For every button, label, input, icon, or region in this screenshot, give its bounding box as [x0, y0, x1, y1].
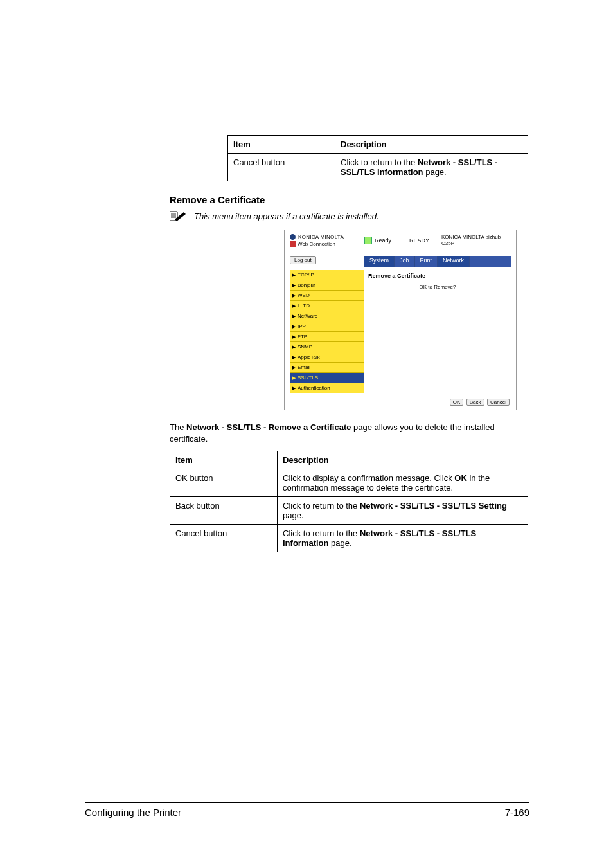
status-text: READY [409, 237, 429, 244]
triangle-icon: ▶ [292, 283, 296, 288]
table-cancel: Item Description Cancel button Click to … [227, 135, 528, 181]
sidebar-item-ssl-tls[interactable]: ▶SSL/TLS [290, 373, 364, 383]
sidebar-item-label: Bonjour [298, 282, 315, 288]
triangle-icon: ▶ [292, 293, 296, 298]
triangle-icon: ▶ [292, 386, 296, 391]
page-footer: Configuring the Printer 7-169 [85, 802, 529, 818]
sidebar-item-label: WSD [298, 293, 310, 298]
sidebar-item-label: SSL/TLS [298, 375, 318, 381]
cell-desc: Click to return to the Network - SSL/TLS… [335, 154, 528, 181]
webcon-label: Web Connection [290, 241, 364, 247]
description-paragraph: The Network - SSL/TLS - Remove a Certifi… [170, 422, 528, 444]
triangle-icon: ▶ [292, 355, 296, 360]
ok-button[interactable]: OK [450, 399, 464, 406]
back-button[interactable]: Back [466, 399, 484, 406]
tab-system[interactable]: System [364, 256, 395, 267]
sidebar-item-label: TCP/IP [298, 272, 314, 278]
footer-left: Configuring the Printer [85, 807, 181, 818]
sidebar-item-appletalk[interactable]: ▶AppleTalk [290, 352, 364, 363]
status-ready: Ready [364, 237, 391, 244]
note-text: This menu item appears if a certificate … [194, 212, 379, 221]
cell-desc: Click to display a confirmation message.… [278, 469, 528, 497]
th-desc: Description [335, 136, 528, 154]
th-item: Item [170, 451, 278, 469]
logo-circle-icon [290, 234, 296, 240]
sidebar-item-wsd[interactable]: ▶WSD [290, 291, 364, 301]
cell-desc: Click to return to the Network - SSL/TLS… [278, 525, 528, 552]
triangle-icon: ▶ [292, 303, 296, 309]
footer-right: 7-169 [505, 807, 529, 818]
content-title: Remove a Certificate [368, 273, 507, 279]
tab-network[interactable]: Network [438, 256, 470, 267]
th-desc: Description [278, 451, 528, 469]
tab-job[interactable]: Job [395, 256, 415, 267]
sidebar-item-label: SNMP [298, 344, 312, 350]
sidebar-item-lltd[interactable]: ▶LLTD [290, 301, 364, 311]
sidebar-item-bonjour[interactable]: ▶Bonjour [290, 280, 364, 291]
triangle-icon: ▶ [292, 334, 296, 339]
sidebar-item-label: FTP [298, 334, 307, 339]
th-item: Item [228, 136, 335, 154]
cancel-button[interactable]: Cancel [487, 399, 510, 406]
sidebar: ▶TCP/IP▶Bonjour▶WSD▶LLTD▶NetWare▶IPP▶FTP… [290, 270, 364, 393]
sidebar-item-label: NetWare [298, 313, 317, 319]
table-row: OK buttonClick to display a confirmation… [170, 469, 528, 497]
triangle-icon: ▶ [292, 365, 296, 370]
cell-item: OK button [170, 469, 278, 497]
sidebar-item-ftp[interactable]: ▶FTP [290, 332, 364, 342]
sidebar-item-label: AppleTalk [298, 354, 320, 360]
screenshot-box: KONICA MINOLTA Web Connection Ready READ… [284, 230, 517, 410]
tabbar-fill [470, 256, 511, 267]
logout-button[interactable]: Log out [290, 256, 316, 264]
sidebar-item-label: IPP [298, 323, 306, 329]
triangle-icon: ▶ [292, 273, 296, 278]
table-row: Cancel button Click to return to the Net… [228, 154, 528, 181]
triangle-icon: ▶ [292, 345, 296, 350]
triangle-icon: ▶ [292, 324, 296, 329]
tab-print[interactable]: Print [415, 256, 438, 267]
sidebar-item-authentication[interactable]: ▶Authentication [290, 383, 364, 393]
cell-desc: Click to return to the Network - SSL/TLS… [278, 497, 528, 525]
brand-logo: KONICA MINOLTA [290, 234, 364, 240]
sidebar-item-label: Email [298, 365, 310, 370]
sidebar-item-email[interactable]: ▶Email [290, 363, 364, 373]
device-name: KONICA MINOLTA bizhub C35P [441, 234, 511, 247]
content-message: OK to Remove? [368, 284, 507, 290]
sidebar-item-label: Authentication [298, 385, 330, 391]
triangle-icon: ▶ [292, 314, 296, 319]
printer-icon [364, 237, 372, 244]
note-line: This menu item appears if a certificate … [170, 210, 529, 222]
sidebar-item-ipp[interactable]: ▶IPP [290, 321, 364, 332]
cell-item: Back button [170, 497, 278, 525]
cell-item: Cancel button [170, 525, 278, 552]
triangle-icon: ▶ [292, 375, 296, 381]
sidebar-item-label: LLTD [298, 303, 310, 309]
note-icon [170, 210, 186, 222]
sidebar-item-tcp-ip[interactable]: ▶TCP/IP [290, 270, 364, 280]
cell-item: Cancel button [228, 154, 335, 181]
sidebar-item-netware[interactable]: ▶NetWare [290, 311, 364, 321]
webcon-icon [290, 241, 296, 247]
table-row: Back buttonClick to return to the Networ… [170, 497, 528, 525]
table-options: Item Description OK buttonClick to displ… [170, 451, 528, 552]
table-row: Cancel buttonClick to return to the Netw… [170, 525, 528, 552]
sidebar-item-snmp[interactable]: ▶SNMP [290, 342, 364, 352]
section-heading: Remove a Certificate [170, 194, 529, 205]
